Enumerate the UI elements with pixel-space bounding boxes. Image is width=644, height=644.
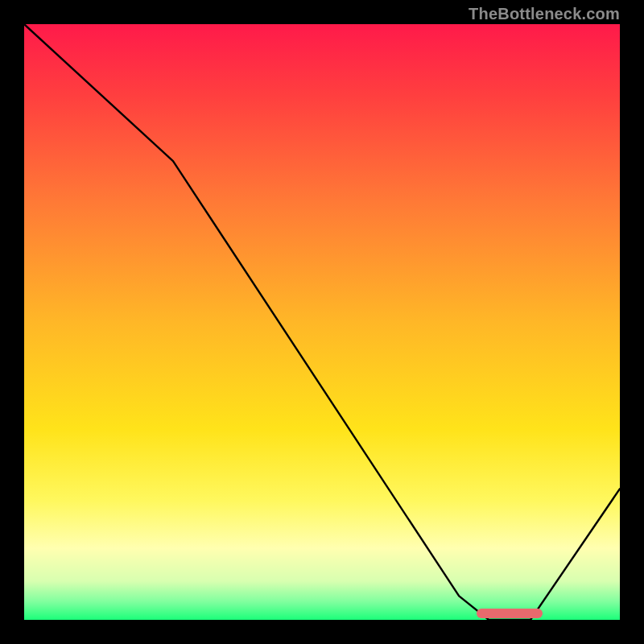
plot-area bbox=[24, 24, 620, 620]
chart-container: { "watermark": "TheBottleneck.com", "col… bbox=[0, 0, 644, 644]
bottleneck-curve bbox=[24, 24, 620, 620]
optimal-range-marker bbox=[477, 609, 542, 618]
watermark-text: TheBottleneck.com bbox=[469, 5, 620, 23]
